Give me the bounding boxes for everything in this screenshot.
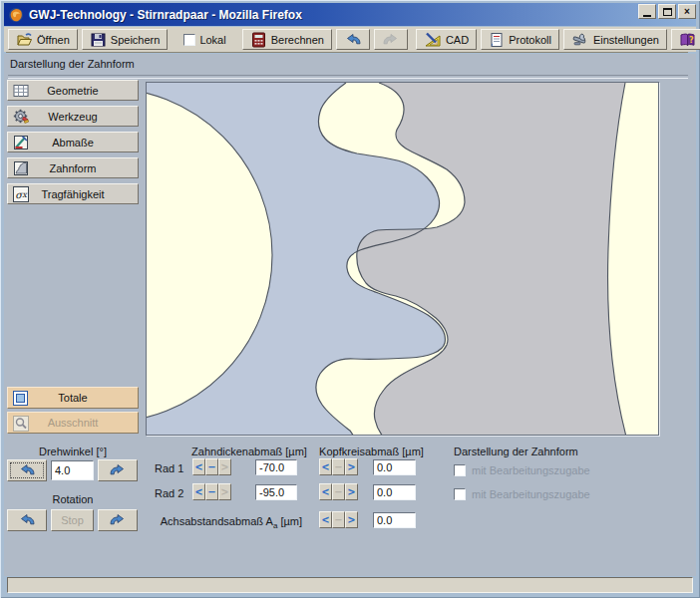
rad2-tip-input[interactable] (373, 484, 416, 500)
rotate-ccw-step-button[interactable] (7, 459, 47, 481)
redo-icon (382, 33, 400, 47)
sidebar-label: Geometrie (47, 85, 98, 97)
drehwinkel-label: Drehwinkel [°] (7, 446, 139, 457)
increment-button[interactable]: > (345, 458, 358, 475)
sidebar-item-tragfaehigkeit[interactable]: σx Tragfähigkeit (7, 183, 139, 204)
kopfkreis-header: Kopfkreisabmaß [µm] (309, 446, 434, 457)
decrement-button[interactable]: < (192, 483, 205, 500)
open-button[interactable]: Öffnen (8, 29, 78, 50)
page-title: Darstellung der Zahnform (10, 58, 135, 70)
rotation-ccw-button[interactable] (7, 509, 47, 531)
help-button[interactable]: ? Hilfe (671, 29, 700, 50)
protocol-label: Protokoll (509, 34, 551, 46)
reset-button[interactable]: − (205, 483, 218, 500)
rotate-cw-icon (109, 463, 127, 477)
option2-checkbox[interactable] (454, 488, 466, 500)
help-book-icon: ? (679, 32, 696, 48)
totale-button[interactable]: Totale (7, 387, 139, 409)
display-options-header: Darstellung der Zahnform (454, 446, 578, 457)
settings-label: Einstellungen (593, 34, 659, 46)
rad1-label: Rad 1 (155, 462, 183, 474)
cad-label: CAD (446, 34, 469, 46)
open-label: Öffnen (37, 34, 70, 46)
decrement-button[interactable]: < (319, 458, 332, 475)
decrement-button[interactable]: < (319, 511, 332, 528)
decrement-button[interactable]: < (319, 483, 332, 500)
magnifier-icon (13, 416, 29, 432)
save-label: Speichern (111, 34, 161, 46)
achsabstand-input[interactable] (373, 512, 416, 528)
local-checkbox[interactable] (183, 34, 195, 46)
sidebar-item-werkzeug[interactable]: Werkzeug (7, 106, 139, 127)
sidebar-item-geometrie[interactable]: Geometrie (7, 80, 139, 101)
maximize-button[interactable] (658, 4, 676, 19)
window-title: GWJ-Technology - Stirnradpaar - Mozilla … (29, 8, 302, 22)
rad2-tip-spinner: < − > (319, 483, 358, 500)
firefox-icon (8, 7, 24, 23)
minimize-icon (643, 15, 651, 17)
close-icon: × (684, 6, 690, 17)
rad2-thickness-input[interactable] (255, 484, 297, 500)
decrement-button[interactable]: < (192, 458, 205, 475)
save-floppy-icon (90, 32, 107, 48)
title-bar: GWJ-Technology - Stirnradpaar - Mozilla … (4, 3, 696, 26)
achsabstand-spinner: < − > (319, 511, 358, 528)
rotation-cw-icon (109, 513, 127, 527)
minimize-button[interactable] (638, 4, 656, 19)
achsabstand-label: Achsabstandsabmaß Aa [µm] (160, 515, 302, 530)
tool-gear-icon (13, 109, 29, 125)
option1-row: mit Bearbeitungszugabe (454, 464, 590, 476)
calculate-button[interactable]: Berechnen (242, 29, 332, 50)
increment-button[interactable]: > (345, 483, 358, 500)
rad1-thickness-input[interactable] (255, 459, 297, 475)
option1-checkbox[interactable] (454, 464, 466, 476)
reset-button[interactable]: − (205, 458, 218, 475)
rad1-thickness-spinner: < − > (192, 458, 231, 475)
increment-button[interactable]: > (218, 458, 231, 475)
undo-icon (344, 33, 362, 47)
option1-label: mit Bearbeitungszugabe (472, 464, 590, 476)
calculator-icon (250, 32, 267, 48)
option2-label: mit Bearbeitungszugabe (472, 488, 590, 500)
rad1-tip-input[interactable] (373, 459, 416, 475)
rad2-thickness-spinner: < − > (192, 483, 231, 500)
maximize-icon (663, 8, 672, 16)
settings-tools-icon (571, 32, 589, 48)
drehwinkel-input[interactable] (51, 460, 94, 480)
cad-button[interactable]: CAD (416, 29, 477, 50)
protocol-button[interactable]: Protokoll (481, 29, 559, 50)
sidebar-item-zahnform[interactable]: Zahnform (7, 157, 139, 178)
calculate-label: Berechnen (271, 34, 324, 46)
sidebar-item-abmasse[interactable]: Abmaße (7, 132, 139, 152)
rotation-stop-button[interactable]: Stop (51, 509, 94, 531)
tooth-profile-icon (13, 160, 29, 176)
header-divider (8, 75, 688, 79)
sidebar-label: Abmaße (52, 137, 94, 149)
rotate-cw-step-button[interactable] (98, 459, 138, 481)
sidebar-label: Werkzeug (48, 111, 97, 123)
save-button[interactable]: Speichern (82, 29, 169, 50)
rotation-label: Rotation (7, 493, 139, 505)
open-folder-icon (16, 32, 33, 48)
increment-button[interactable]: > (345, 511, 358, 528)
undo-button[interactable] (336, 29, 370, 50)
window-controls: × (638, 4, 696, 19)
redo-button[interactable] (374, 29, 408, 50)
rotate-ccw-icon (18, 463, 36, 477)
reset-button[interactable]: − (332, 458, 345, 475)
gear-mesh-drawing (147, 83, 658, 435)
close-button[interactable]: × (678, 4, 696, 19)
local-checkbox-group: Lokal (175, 29, 233, 50)
zahndicken-header: Zahndickenabmaß [µm] (170, 446, 329, 457)
reset-button[interactable]: − (332, 511, 345, 528)
protocol-document-icon (489, 32, 505, 48)
rotation-ccw-icon (18, 513, 36, 527)
rotation-cw-button[interactable] (98, 509, 138, 531)
reset-button[interactable]: − (332, 483, 345, 500)
settings-button[interactable]: Einstellungen (563, 29, 667, 50)
increment-button[interactable]: > (218, 483, 231, 500)
gear-mesh-canvas[interactable] (146, 82, 659, 436)
rad2-label: Rad 2 (155, 487, 183, 499)
sidebar-label: Tragfähigkeit (41, 188, 104, 200)
ausschnitt-button[interactable]: Ausschnitt (7, 412, 139, 434)
